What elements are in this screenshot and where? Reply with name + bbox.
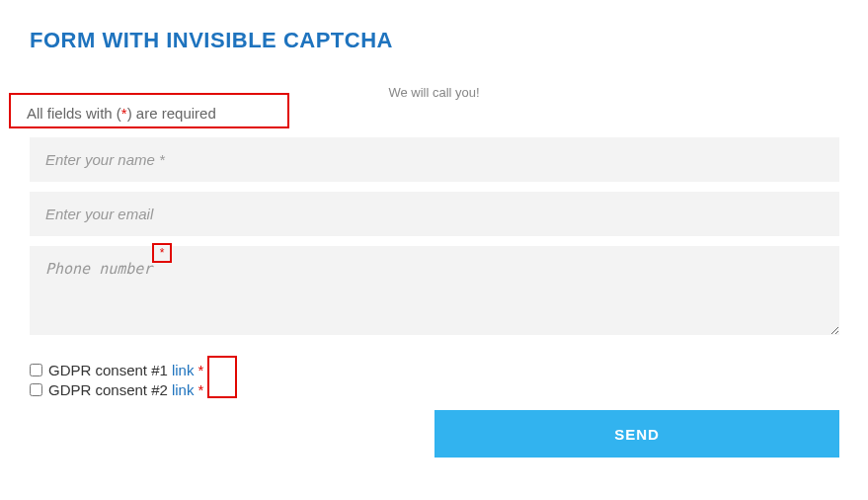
consent-label-2: GDPR consent #2 [48,381,168,398]
consent-group: GDPR consent #1 link * GDPR consent #2 l… [30,360,203,399]
phone-field-wrap: * [30,246,839,349]
consent-row-1: GDPR consent #1 link * [30,360,203,379]
phone-input[interactable] [30,246,839,335]
form-area: * [30,137,839,349]
consent-label-1: GDPR consent #1 [48,362,168,378]
email-input[interactable] [30,192,839,236]
consent-checkbox-2[interactable] [30,383,42,396]
required-fields-note: All fields with ( * ) are required [9,93,289,128]
consent-required-1: * [197,362,203,378]
consent-row-2: GDPR consent #2 link * [30,379,203,399]
send-button[interactable]: SEND [434,410,839,458]
consent-link-2[interactable]: link [172,381,195,398]
name-input[interactable] [30,137,839,182]
consent-required-highlight [207,356,237,398]
required-note-suffix: ) are required [127,105,216,122]
page-title: FORM WITH INVISIBLE CAPTCHA [0,0,868,53]
consent-required-2: * [197,381,203,398]
consent-link-1[interactable]: link [172,362,195,378]
required-note-prefix: All fields with ( [27,105,121,122]
consent-checkbox-1[interactable] [30,364,42,376]
